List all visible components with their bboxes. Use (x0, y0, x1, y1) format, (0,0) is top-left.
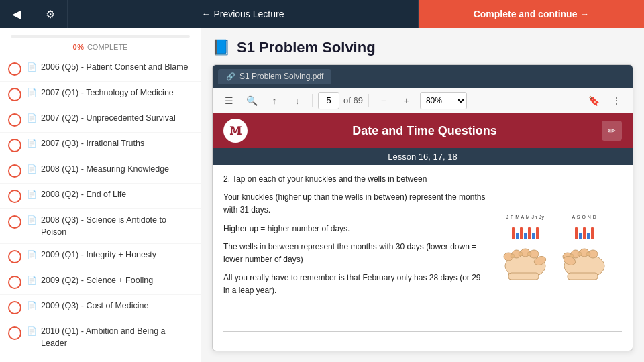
svg-point-6 (519, 252, 523, 256)
scroll-up-button[interactable]: ↑ (265, 91, 284, 110)
progress-bar-container (11, 35, 190, 38)
content-area: 📘 S1 Problem Solving 🔗 S1 Problem Solvin… (201, 28, 644, 362)
completion-circle (8, 139, 21, 152)
search-button[interactable]: 🔍 (242, 91, 261, 110)
sidebar-item-label: 2008 (Q3) - Science is Antidote to Poiso… (41, 215, 193, 238)
pdf-subtitle-bar: Lesson 16, 17, 18 (213, 148, 633, 165)
bar (591, 227, 594, 239)
bar (587, 233, 590, 239)
right-hand-svg (557, 241, 611, 280)
bookmark-button[interactable]: 🔖 (584, 91, 603, 110)
svg-rect-9 (508, 273, 539, 280)
doc-icon: 📄 (27, 190, 37, 199)
list-item[interactable]: 📄 2007 (Q1) - Technology of Medicine (0, 82, 201, 107)
doc-icon: 📄 (27, 139, 37, 148)
sidebar-item-label: 2008 (Q1) - Measuring Knowledge (41, 164, 169, 176)
scroll-down-button[interactable]: ↓ (288, 91, 307, 110)
doc-icon: 📄 (27, 301, 37, 310)
doc-icon: 📄 (27, 62, 37, 72)
list-item[interactable]: 📄 2009 (Q2) - Science + Fooling (0, 269, 201, 295)
sidebar-item-label: 2006 (Q5) - Patient Consent and Blame (41, 62, 189, 74)
pdf-viewer: 🔗 S1 Problem Solving.pdf ☰ 🔍 ↑ ↓ of 69 −… (212, 64, 633, 351)
bar (583, 227, 586, 239)
left-hand-bars (512, 221, 539, 239)
progress-percent: 0% (73, 43, 85, 51)
completion-circle (8, 326, 21, 340)
list-item[interactable]: 📄 2008 (Q1) - Measuring Knowledge (0, 158, 201, 184)
completion-circle (8, 250, 21, 263)
pdf-subtitle: Lesson 16, 17, 18 (388, 152, 457, 162)
list-item[interactable]: 📄 2006 (Q5) - Patient Consent and Blame (0, 56, 201, 82)
pdf-page-content: 𝕄 Date and Time Questions ✏ Lesson 16, 1… (213, 113, 633, 351)
sidebar-item-label: 2009 (Q1) - Integrity + Honesty (41, 249, 156, 261)
hand-illustration: J F M A M Jn Jy (498, 215, 611, 280)
list-item[interactable]: 📄 2009 (Q3) - Cost of Medicine (0, 295, 201, 320)
list-item[interactable]: 📄 2008 (Q2) - End of Life (0, 184, 201, 209)
pdf-tab[interactable]: 🔗 S1 Problem Solving.pdf (218, 69, 331, 84)
doc-icon: 📄 (27, 88, 37, 97)
completion-circle (8, 276, 21, 289)
pdf-tab-icon: 🔗 (226, 72, 235, 81)
bar (532, 233, 535, 239)
complete-continue-button[interactable]: Complete and continue → (419, 0, 644, 28)
progress-section: 0% COMPLETE (0, 28, 201, 56)
list-item[interactable]: 📄 2007 (Q2) - Unprecedented Survival (0, 107, 201, 133)
completion-circle (8, 215, 21, 229)
right-hand-letters: A S O N D (572, 215, 597, 219)
logo-text: 𝕄 (229, 125, 241, 137)
completion-circle (8, 164, 21, 178)
zoom-out-button[interactable]: − (374, 91, 393, 110)
pdf-para2: Higher up = higher number of days. (223, 223, 488, 235)
more-options-button[interactable]: ⋮ (607, 91, 626, 110)
completion-circle (8, 62, 21, 76)
course-item-list: 📄 2006 (Q5) - Patient Consent and Blame … (0, 56, 201, 362)
sidebar-item-label: 2008 (Q2) - End of Life (41, 189, 126, 201)
list-item[interactable]: 📄 2007 (Q3) - Irrational Truths (0, 133, 201, 158)
pdf-tab-bar: 🔗 S1 Problem Solving.pdf (213, 65, 633, 88)
sidebar: 0% COMPLETE 📄 2006 (Q5) - Patient Consen… (0, 28, 201, 362)
sidebar-toggle-button[interactable]: ☰ (219, 91, 238, 110)
back-icon: ◀ (12, 7, 21, 21)
pdf-page-title: Date and Time Questions (352, 124, 497, 138)
bar (579, 233, 582, 239)
right-hand-group: A S O N D (557, 215, 611, 280)
pdf-para4: All you really have to remember is that … (223, 272, 488, 297)
bar (536, 227, 539, 239)
pdf-image-column: J F M A M Jn Jy (488, 173, 622, 320)
complete-continue-label: Complete and continue → (474, 9, 590, 19)
left-hand-svg (498, 241, 552, 280)
progress-label: COMPLETE (87, 43, 128, 51)
sidebar-item-label: 2010 (Q1) - Ambition and Being a Leader (41, 326, 193, 349)
completion-circle (8, 301, 21, 314)
page-total: of 69 (343, 95, 363, 105)
content-title-row: 📘 S1 Problem Solving (212, 39, 633, 56)
svg-rect-19 (568, 273, 598, 280)
zoom-select[interactable]: 80% 100% 125% 150% (420, 92, 467, 109)
bar (512, 227, 515, 239)
sidebar-item-label: 2007 (Q2) - Unprecedented Survival (41, 113, 176, 125)
bar (528, 227, 531, 239)
bar (524, 233, 527, 239)
back-button[interactable]: ◀ (0, 0, 34, 28)
pdf-header-bar: 𝕄 Date and Time Questions ✏ (213, 113, 633, 148)
list-item[interactable]: 📄 2008 (Q3) - Science is Antidote to Poi… (0, 209, 201, 244)
toolbar-separator (312, 94, 313, 107)
gear-button[interactable]: ⚙ (34, 0, 67, 28)
sidebar-item-label: 2009 (Q3) - Cost of Medicine (41, 300, 149, 312)
svg-point-16 (578, 252, 582, 256)
pdf-tab-label: S1 Problem Solving.pdf (239, 72, 323, 81)
doc-icon: 📄 (27, 113, 37, 123)
pdf-para1: Your knuckles (higher up than the wells … (223, 191, 488, 217)
completion-circle (8, 190, 21, 203)
previous-lecture-button[interactable]: ← Previous Lecture (67, 0, 419, 28)
pdf-page: 𝕄 Date and Time Questions ✏ Lesson 16, 1… (213, 113, 633, 351)
bar (575, 227, 578, 239)
zoom-in-button[interactable]: + (397, 91, 416, 110)
svg-point-17 (586, 252, 590, 256)
list-item[interactable]: 📄 2009 (Q1) - Integrity + Honesty (0, 244, 201, 269)
pdf-item2: 2. Tap on each of your knuckles and the … (223, 173, 488, 186)
page-number-input[interactable] (318, 92, 339, 109)
pdf-body: 2. Tap on each of your knuckles and the … (213, 165, 633, 328)
sidebar-item-label: 2007 (Q3) - Irrational Truths (41, 138, 144, 150)
list-item[interactable]: 📄 2010 (Q1) - Ambition and Being a Leade… (0, 320, 201, 355)
